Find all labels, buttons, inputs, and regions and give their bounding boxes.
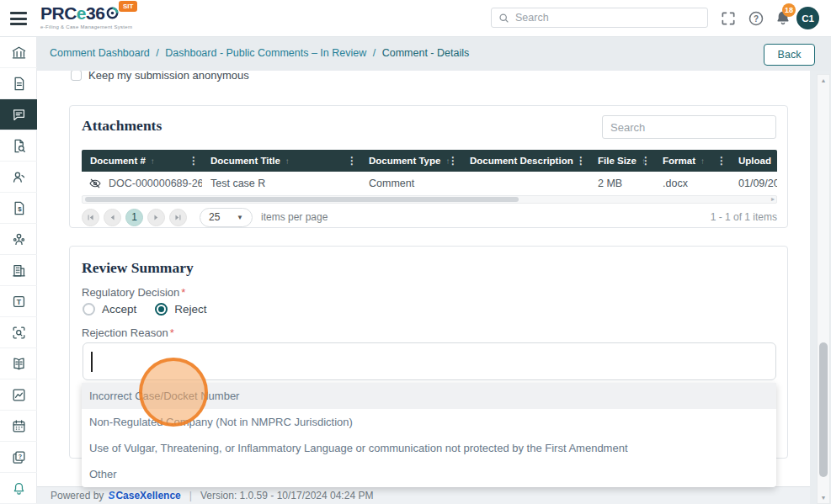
cell-document-title: Test case R: [202, 172, 360, 194]
column-menu-icon[interactable]: ⋮: [448, 155, 458, 167]
column-header-document-description[interactable]: Document Description↑⋮: [461, 150, 589, 172]
sidebar-item-documents[interactable]: [0, 68, 37, 99]
anonymous-checkbox[interactable]: [71, 70, 82, 81]
logo-tagline: e-Filing & Case Management System: [40, 24, 132, 29]
sidebar-item-ledger[interactable]: [0, 348, 37, 379]
svg-text:?: ?: [754, 14, 759, 24]
vscroll-thumb[interactable]: [819, 342, 828, 477]
svg-text:$: $: [18, 205, 22, 213]
column-menu-icon[interactable]: ⋮: [716, 155, 727, 167]
sort-asc-icon: ↑: [700, 157, 705, 166]
column-menu-icon[interactable]: ⋮: [347, 155, 357, 167]
items-per-page-label: items per page: [261, 211, 328, 223]
pagination-page-1[interactable]: 1: [125, 209, 143, 226]
bell-icon: [11, 480, 27, 496]
pagination-range-label: 1 - 1 of 1 items: [711, 211, 777, 223]
back-button[interactable]: Back: [764, 44, 815, 66]
scan-search-icon: [11, 325, 27, 341]
fullscreen-icon[interactable]: [720, 10, 737, 27]
template-icon: T: [11, 294, 27, 310]
user-avatar[interactable]: C1: [796, 7, 819, 29]
chart-icon: [11, 387, 27, 403]
search-icon: [498, 13, 509, 24]
sidebar-item-help-pages[interactable]: ?: [0, 442, 37, 473]
logo-swirl-icon: [105, 6, 120, 20]
ledger-icon: [11, 356, 27, 372]
page-size-select[interactable]: 25 ▼: [200, 208, 253, 227]
column-header-document-type[interactable]: Document Type↑⋮: [360, 150, 461, 172]
hscroll-thumb[interactable]: [85, 197, 519, 202]
sidebar-item-document-search[interactable]: [0, 130, 37, 162]
casexellence-link[interactable]: SCaseXellence: [108, 490, 180, 501]
scroll-down-arrow-icon[interactable]: ▼: [818, 495, 829, 501]
column-menu-icon[interactable]: ⋮: [189, 155, 199, 167]
column-header-document-number[interactable]: Document #↑⋮: [82, 150, 202, 172]
sidebar-item-building[interactable]: [0, 255, 37, 286]
breadcrumb-link-comment-dashboard[interactable]: Comment Dashboard: [50, 47, 150, 59]
sidebar-item-bank[interactable]: [0, 37, 37, 68]
svg-text:?: ?: [18, 453, 21, 459]
sort-asc-icon: ↑: [285, 157, 290, 166]
svg-text:T: T: [16, 297, 21, 305]
dropdown-option-vulgar-language[interactable]: Use of Vulgar, Threatening, or Inflammat…: [82, 435, 776, 461]
breadcrumb-current: Comment - Details: [382, 47, 470, 59]
attachments-pagination: 1 25 ▼ items per page 1 - 1 of 1 items: [82, 207, 777, 227]
sidebar-item-templates[interactable]: T: [0, 286, 37, 317]
document-search-icon: [11, 138, 27, 154]
column-menu-icon[interactable]: ⋮: [576, 155, 586, 167]
people-icon: [11, 169, 27, 185]
accept-radio[interactable]: [83, 303, 95, 316]
table-row: DOC-000000689-26 Test case R Comment 2 M…: [82, 172, 777, 194]
sidebar-item-scan-search[interactable]: [0, 317, 37, 348]
logo-text-36: 36: [86, 4, 104, 22]
sidebar-item-notifications[interactable]: [0, 473, 37, 504]
cell-file-size: 2 MB: [589, 172, 654, 194]
logo-text-e: e: [77, 4, 86, 22]
rejection-reason-input[interactable]: [83, 342, 776, 380]
column-header-document-title[interactable]: Document Title↑⋮: [202, 150, 360, 172]
column-menu-icon[interactable]: ⋮: [641, 155, 651, 167]
breadcrumb-separator: /: [373, 47, 376, 59]
sidebar-item-people-network[interactable]: [0, 224, 37, 255]
sidebar-item-comments[interactable]: [0, 99, 37, 130]
reject-radio[interactable]: [155, 303, 168, 316]
sidebar-item-reports[interactable]: [0, 379, 37, 411]
cell-document-type: Comment: [360, 172, 461, 194]
notification-count-badge: 18: [782, 3, 796, 17]
reject-radio-label: Reject: [174, 303, 206, 316]
column-header-upload[interactable]: Upload: [730, 150, 777, 172]
anonymous-checkbox-row: Keep my submission anonymous: [71, 69, 249, 82]
text-cursor: [91, 352, 93, 372]
chevron-down-icon: ▼: [237, 214, 243, 221]
logo-text-prc: PRC: [40, 4, 77, 22]
attachments-search-input[interactable]: [602, 115, 776, 139]
column-header-format[interactable]: Format↑⋮: [654, 150, 730, 172]
sidebar-item-calendar[interactable]: [0, 411, 37, 442]
cell-format: .docx: [654, 172, 730, 194]
scroll-up-arrow-icon[interactable]: ▲: [818, 77, 829, 83]
attachments-table-header: Document #↑⋮ Document Title↑⋮ Document T…: [82, 150, 777, 172]
table-horizontal-scrollbar[interactable]: ▸: [82, 195, 777, 204]
column-header-file-size[interactable]: File Size↑⋮: [589, 150, 654, 172]
pagination-first-button[interactable]: [82, 209, 99, 226]
page-vertical-scrollbar[interactable]: ▲ ▼: [817, 74, 830, 504]
breadcrumb: Comment Dashboard / Dashboard - Public C…: [50, 47, 469, 59]
pagination-prev-button[interactable]: [104, 209, 121, 226]
breadcrumb-link-public-comments[interactable]: Dashboard - Public Comments – In Review: [165, 47, 366, 59]
dropdown-option-non-regulated[interactable]: Non-Regulated Company (Not in NMPRC Juri…: [82, 409, 776, 435]
hamburger-menu-icon[interactable]: [10, 12, 27, 25]
app-root: PRCe36 e-Filing & Case Management System…: [0, 0, 831, 504]
pagination-next-button[interactable]: [147, 209, 165, 226]
eye-off-icon[interactable]: [88, 177, 102, 190]
sidebar-item-invoices[interactable]: $: [0, 193, 37, 224]
hscroll-right-arrow-icon[interactable]: ▸: [771, 195, 775, 203]
dropdown-option-incorrect-case[interactable]: Incorrect Case/Docket Number: [82, 383, 776, 409]
dropdown-option-other[interactable]: Other: [82, 461, 776, 487]
pagination-last-button[interactable]: [169, 209, 187, 226]
help-icon[interactable]: ?: [748, 10, 764, 27]
help-pages-icon: ?: [11, 449, 27, 465]
attachments-card: Attachments Document #↑⋮ Document Title↑…: [69, 105, 788, 228]
calendar-icon: [11, 418, 27, 434]
sidebar-item-people[interactable]: [0, 162, 37, 193]
global-search-input[interactable]: [515, 12, 700, 24]
